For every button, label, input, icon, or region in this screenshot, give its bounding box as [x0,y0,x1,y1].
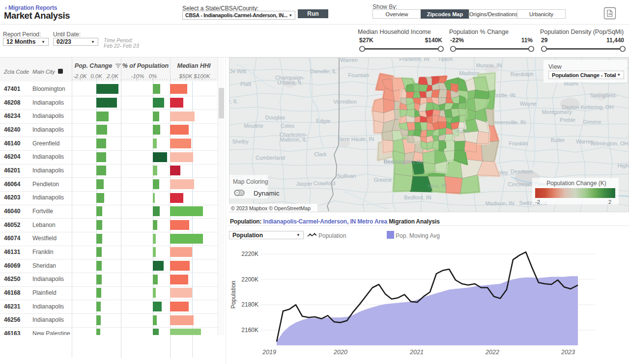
svg-text:Franklin: Franklin [509,140,528,146]
svg-text:2020: 2020 [333,349,347,356]
svg-text:Madison: Madison [459,70,480,76]
svg-text:2023: 2023 [561,349,575,356]
svg-text:Greene: Greene [583,119,601,125]
svg-text:Bloomington, IN: Bloomington, IN [384,159,422,165]
svg-text:Tipton: Tipton [438,57,453,62]
svg-text:11,440: 11,440 [606,37,624,44]
svg-text:11%: 11% [521,37,533,44]
svg-text:Vermillion: Vermillion [333,99,357,105]
svg-text:Danville, IL: Danville, IL [310,68,337,74]
svg-text:Bedford, IN: Bedford, IN [404,195,431,200]
svg-text:Douglas: Douglas [265,114,286,120]
svg-text:Coles: Coles [281,123,295,129]
svg-text:High: High [618,163,629,168]
svg-text:Jasper: Jasper [296,181,312,187]
svg-text:De Witt: De Witt [229,68,246,74]
svg-text:-22%: -22% [450,37,464,44]
svg-text:Wilmington, OH: Wilmington, OH [590,140,628,146]
svg-text:Crawford: Crawford [314,180,336,186]
svg-text:2220K: 2220K [241,251,258,257]
svg-text:Sullivan: Sullivan [337,173,356,179]
svg-text:Cumberland: Cumberland [256,155,285,161]
svg-text:Median Household Income: Median Household Income [358,28,431,35]
svg-text:Dayton-Kettering, OH: Dayton-Kettering, OH [562,104,613,110]
svg-text:2019: 2019 [262,349,276,356]
svg-text:Population: Population [230,281,237,309]
svg-text:Piatt: Piatt [240,81,251,87]
svg-text:Terre Haute, IN: Terre Haute, IN [338,136,374,142]
svg-text:2200K: 2200K [241,276,258,283]
svg-text:29: 29 [541,37,548,44]
svg-text:Madison, IN: Madison, IN [486,200,515,206]
svg-text:Preble: Preble [560,117,575,123]
svg-text:Urbana, IL: Urbana, IL [277,80,302,85]
svg-text:Edgar: Edgar [316,118,331,124]
svg-text:Warren: Warren [340,57,358,63]
svg-text:Wayne: Wayne [520,101,537,107]
svg-text:Mattoon, IL: Mattoon, IL [280,137,307,142]
svg-text:Population Density (Pop/SqMi): Population Density (Pop/SqMi) [540,28,624,35]
svg-text:Randolph: Randolph [510,71,533,77]
svg-text:Shelby: Shelby [232,139,249,144]
svg-text:Dearborn: Dearborn [511,168,533,174]
svg-text:Fountain: Fountain [348,72,370,78]
svg-text:$27K: $27K [359,37,373,44]
svg-text:Greene: Greene [374,177,392,183]
svg-text:2021: 2021 [409,349,424,356]
svg-text:Population % Change: Population % Change [449,28,509,35]
svg-text:atur, IL: atur, IL [229,98,238,104]
svg-text:Shelby: Shelby [454,128,470,134]
svg-text:Clark: Clark [314,151,327,157]
svg-text:Butler: Butler [551,137,565,143]
svg-text:2160K: 2160K [241,327,258,334]
svg-text:2022: 2022 [485,349,499,356]
svg-text:rgus, IN: rgus, IN [428,183,447,189]
svg-text:Moultrie: Moultrie [244,123,263,129]
svg-text:2180K: 2180K [241,301,258,308]
svg-text:Frankfort, IN: Frankfort, IN [399,57,429,62]
svg-text:$140K: $140K [425,37,443,44]
svg-text:Muncie, IN: Muncie, IN [476,62,502,68]
svg-text:Springfield-: Springfield- [590,92,617,98]
